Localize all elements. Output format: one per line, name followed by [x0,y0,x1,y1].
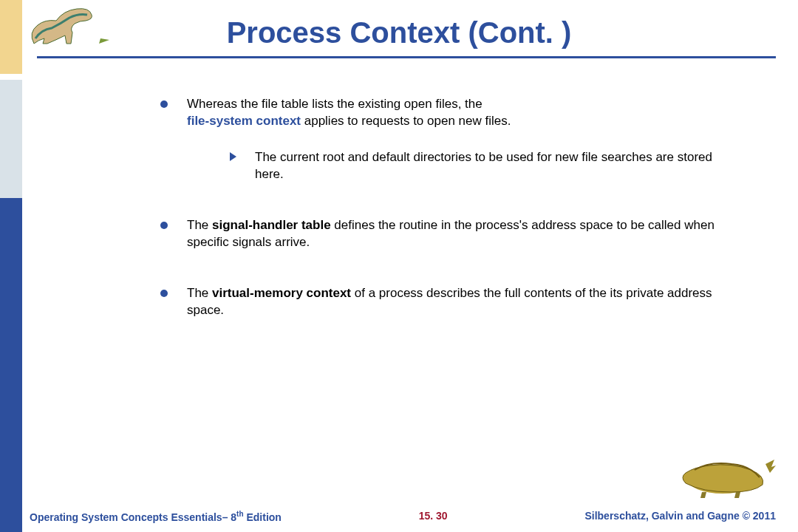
bullet-virtual-memory: The virtual-memory context of a process … [151,285,735,319]
bullet-signal-handler: The signal-handler table defines the rou… [151,217,735,251]
footer-page-number: 15. 30 [419,510,448,523]
sidebar-stripe [0,0,22,532]
footer-left: Operating System Concepts Essentials– 8t… [30,510,282,523]
bullet-icon [160,100,168,108]
sub-bullet-icon [230,152,236,161]
bullet-text: The signal-handler table defines the rou… [187,218,715,249]
slide-body: Whereas the file table lists the existin… [151,96,735,353]
dinosaur-bottom-icon [680,455,776,502]
bullet-text: Whereas the file table lists the existin… [187,97,511,128]
bullet-icon [160,222,168,229]
bullet-text: The virtual-memory context of a process … [187,286,712,317]
bullet-file-system-context: Whereas the file table lists the existin… [151,96,735,183]
bullet-icon [160,290,168,297]
slide-title: Process Context (Cont. ) [0,16,798,50]
title-rule [37,56,776,58]
sub-bullet-root-dirs: The current root and default directories… [187,149,735,183]
footer-right: Silberschatz, Galvin and Gagne © 2011 [584,510,776,523]
slide-footer: Operating System Concepts Essentials– 8t… [30,510,776,523]
